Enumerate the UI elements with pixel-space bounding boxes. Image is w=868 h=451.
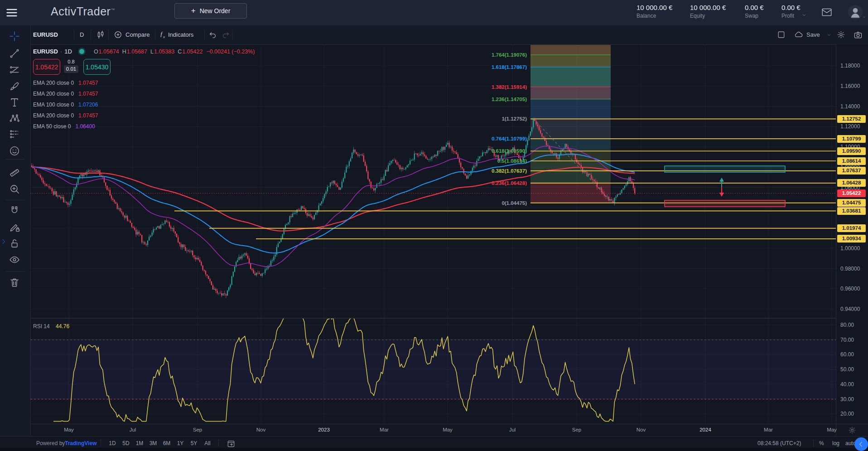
indicator-row-rsi[interactable]: RSI 14 44.76	[33, 323, 69, 330]
stat-balance: 10 000.00 €Balance	[637, 4, 686, 19]
legend-symbol: EURUSD	[33, 48, 58, 55]
log-scale-button[interactable]: log	[832, 440, 839, 446]
sell-bid-button[interactable]: 1.05422	[33, 59, 60, 75]
chart-canvas[interactable]: 1.764(1.19076)1.618(1.17867)1.382(1.1591…	[30, 44, 836, 424]
chart-legend[interactable]: EURUSD · 1D O1.05674 H1.05687 L1.05383 C…	[33, 48, 255, 55]
rsi-axis-label: 30.00	[840, 396, 854, 403]
spread-pips: 0.8	[64, 59, 78, 65]
goto-date-icon[interactable]	[227, 439, 236, 448]
rsi-axis-label: 50.00	[840, 366, 854, 373]
forecast-tool-icon[interactable]	[9, 128, 21, 141]
open-value: 1.05674	[99, 48, 119, 55]
range-button-3m[interactable]: 3M	[147, 440, 159, 446]
timeframe-selector[interactable]: D	[80, 25, 84, 44]
indicator-row-ema200[interactable]: EMA 200 close 01.07457	[33, 112, 98, 121]
watchlist-expand-chevron-icon[interactable]	[0, 235, 7, 248]
chart-toolbar: EURUSD D Compare ƒx Indicators Save	[30, 25, 868, 45]
svg-text:0.5(1.08614): 0.5(1.08614)	[497, 158, 527, 164]
price-level-tag[interactable]: 1.04475	[837, 199, 866, 207]
risk-reward-arrows[interactable]	[719, 178, 724, 197]
price-level-tag[interactable]: 1.07637	[837, 167, 866, 175]
save-caret-icon[interactable]	[826, 25, 832, 44]
market-open-indicator[interactable]	[79, 49, 84, 54]
price-level-tag[interactable]: 1.12752	[837, 115, 866, 123]
time-axis-label: Mar	[759, 427, 777, 432]
indicators-button[interactable]: ƒx Indicators	[160, 25, 193, 44]
layout-icon[interactable]	[777, 25, 786, 44]
high-value: 1.05687	[127, 48, 147, 55]
xabcd-pattern-tool-icon[interactable]	[9, 112, 21, 125]
range-button-5y[interactable]: 5Y	[188, 440, 200, 446]
zoom-in-tool-icon[interactable]	[9, 183, 21, 196]
redo-button[interactable]	[221, 25, 230, 44]
logo-tm: ™	[111, 8, 115, 12]
text-tool-tool-icon[interactable]	[9, 97, 21, 109]
price-level-tag[interactable]: 1.01974	[837, 224, 866, 232]
range-button-1y[interactable]: 1Y	[174, 440, 187, 446]
plus-icon: +	[191, 6, 196, 15]
time-axis-label: 2024	[696, 427, 714, 432]
percent-scale-button[interactable]: %	[819, 440, 824, 446]
range-button-6m[interactable]: 6M	[160, 440, 173, 446]
chart-style-selector[interactable]	[96, 25, 106, 44]
fib-retracement-tool-icon[interactable]	[9, 64, 21, 77]
price-level-tag[interactable]: 1.10799	[837, 135, 866, 143]
magnet-tool-icon[interactable]	[9, 205, 21, 218]
symbol-selector[interactable]: EURUSD	[33, 25, 58, 44]
range-button-all[interactable]: All	[201, 440, 214, 446]
mail-icon[interactable]	[821, 6, 833, 18]
time-axis-label: May	[439, 427, 457, 432]
time-axis-label: Nov	[632, 427, 650, 432]
clock-display[interactable]: 08:24:58 (UTC+2)	[757, 440, 801, 446]
fib-retracement-zone[interactable]	[530, 45, 611, 203]
drawing-toolbar	[0, 25, 31, 436]
stats-caret-icon[interactable]	[801, 12, 807, 18]
range-button-1d[interactable]: 1D	[106, 440, 119, 446]
range-button-5d[interactable]: 5D	[120, 440, 132, 446]
account-avatar[interactable]	[848, 5, 863, 19]
price-level-tag[interactable]: 1.03681	[837, 207, 866, 215]
price-axis-label: 1.12000	[840, 123, 860, 130]
undo-button[interactable]	[208, 25, 217, 44]
indicator-row-ema200[interactable]: EMA 200 close 01.07457	[33, 80, 98, 88]
brush-tool-icon[interactable]	[9, 81, 21, 93]
buy-ask-button[interactable]: 1.05430	[83, 59, 111, 75]
indicator-row-ema100[interactable]: EMA 100 close 01.07206	[33, 102, 98, 110]
hide-all-tool-icon[interactable]	[9, 254, 21, 267]
price-level-tag[interactable]: 1.09590	[837, 147, 866, 155]
emoji-tool-icon[interactable]	[9, 145, 21, 158]
trash-tool-icon[interactable]	[9, 276, 21, 289]
ruler-tool-icon[interactable]	[9, 167, 21, 179]
trend-line-tool-icon[interactable]	[9, 48, 21, 60]
price-level-tag[interactable]: 1.00934	[837, 235, 866, 242]
save-button[interactable]: Save	[794, 25, 820, 44]
compare-button[interactable]: Compare	[114, 25, 149, 44]
price-axis[interactable]: 1.180001.160001.140001.120001.100001.080…	[836, 44, 868, 436]
lock-all-tool-icon[interactable]	[9, 238, 21, 250]
price-level-tag[interactable]: 1.06428	[837, 179, 866, 187]
target-zone-rect[interactable]	[665, 166, 785, 172]
menu-icon[interactable]	[5, 6, 18, 19]
low-value: 1.05383	[154, 48, 174, 55]
price-level-tag[interactable]: 1.08614	[837, 157, 866, 165]
range-button-1m[interactable]: 1M	[133, 440, 146, 446]
draw-lock-tool-icon[interactable]	[9, 221, 21, 234]
indicator-row-ema50[interactable]: EMA 50 close 01.06400	[33, 123, 95, 131]
collapse-panel-button[interactable]	[854, 437, 868, 451]
time-axis-label: Nov	[252, 427, 270, 432]
indicator-row-ema200[interactable]: EMA 200 close 01.07457	[33, 91, 98, 99]
settings-gear-icon[interactable]	[837, 25, 845, 44]
snapshot-camera-icon[interactable]	[854, 25, 863, 44]
time-axis-label: Mar	[375, 427, 393, 432]
stop-zone-rect[interactable]	[665, 200, 785, 207]
current-price-tag[interactable]: 1.05422	[837, 189, 866, 197]
account-caret-icon[interactable]	[862, 15, 867, 19]
tradingview-link[interactable]: TradingView	[65, 440, 96, 446]
new-order-button[interactable]: + New Order	[174, 3, 247, 19]
crosshair-tool-icon[interactable]	[9, 30, 21, 43]
rsi-value: 44.76	[56, 323, 69, 330]
price-axis-label: 0.98000	[840, 266, 860, 272]
time-axis-label: Sep	[568, 427, 586, 432]
time-axis-label: 2023	[315, 427, 333, 432]
time-axis[interactable]: MayJulSepNov2023MarMayJulSepNov2024MarMa…	[30, 424, 836, 436]
